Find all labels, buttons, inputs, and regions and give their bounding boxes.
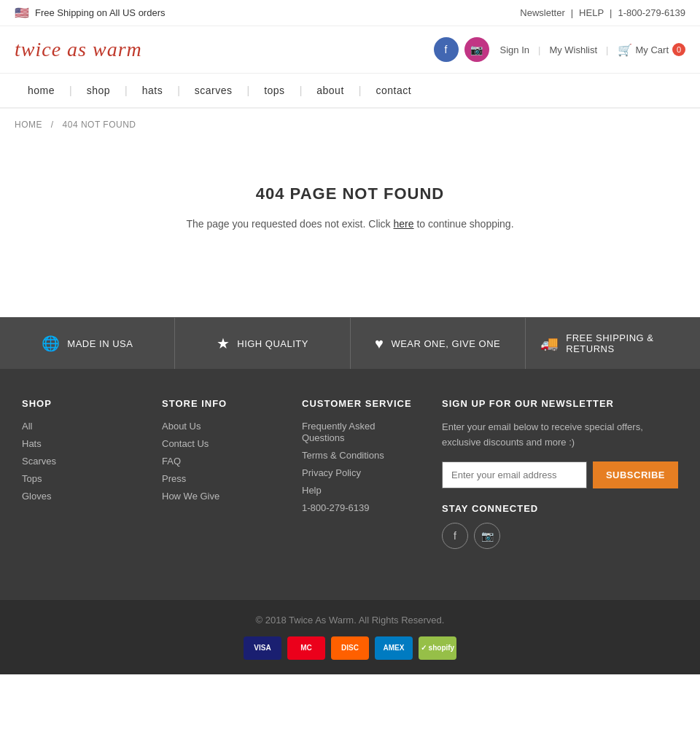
nav-link-home[interactable]: home <box>15 74 68 107</box>
footer-grid: SHOP All Hats Scarves Tops Gloves STORE … <box>22 398 678 549</box>
list-item: Scarves <box>22 455 140 467</box>
customer-heading: CUSTOMER SERVICE <box>302 398 420 409</box>
globe-icon: 🌐 <box>42 335 61 352</box>
cart-label: My Cart <box>636 44 669 55</box>
feature-wear-give: ♥ WEAR ONE, GIVE ONE <box>351 318 526 369</box>
newsletter-description: Enter your email below to receive specia… <box>442 420 678 451</box>
list-item: Contact Us <box>162 437 280 449</box>
discover-icon: DISC <box>331 636 369 660</box>
cs-link-terms[interactable]: Terms & Conditions <box>302 450 384 461</box>
cs-link-privacy[interactable]: Privacy Policy <box>302 467 361 478</box>
mastercard-icon: MC <box>287 636 325 660</box>
truck-icon: 🚚 <box>540 335 559 352</box>
email-input[interactable] <box>442 461 587 488</box>
footer-social: f 📷 <box>442 523 678 549</box>
list-item: 1-800-279-6139 <box>302 502 420 513</box>
shop-link-tops[interactable]: Tops <box>22 473 42 484</box>
footer: SHOP All Hats Scarves Tops Gloves STORE … <box>0 369 700 600</box>
newsletter-form: SUBSCRIBE <box>442 461 678 488</box>
facebook-button[interactable]: f <box>434 37 459 62</box>
logo[interactable]: twice as warm <box>15 38 142 61</box>
message-after: to continue shopping. <box>416 218 513 230</box>
shop-link-scarves[interactable]: Scarves <box>22 456 56 467</box>
cs-link-phone[interactable]: 1-800-279-6139 <box>302 502 370 513</box>
payment-icons: VISA MC DISC AMEX ✓ shopify <box>15 636 685 660</box>
store-link-faq[interactable]: FAQ <box>162 456 181 467</box>
store-link-about[interactable]: About Us <box>162 421 201 432</box>
signin-link[interactable]: Sign In <box>500 44 529 55</box>
footer-instagram-button[interactable]: 📷 <box>474 523 500 549</box>
list-item: Press <box>162 472 280 484</box>
phone-link[interactable]: 1-800-279-6139 <box>618 7 685 18</box>
nav-link-shop[interactable]: shop <box>74 74 123 107</box>
newsletter-link[interactable]: Newsletter <box>520 7 564 18</box>
page-message: The page you requested does not exist. C… <box>15 218 685 230</box>
wishlist-link[interactable]: My Wishlist <box>549 44 597 55</box>
list-item: FAQ <box>162 455 280 467</box>
nav-link-tops[interactable]: tops <box>251 74 298 107</box>
cs-link-help[interactable]: Help <box>302 485 322 496</box>
header-actions: Sign In | My Wishlist | 🛒 My Cart 0 <box>500 43 685 57</box>
features-bar: 🌐 MADE IN USA ★ HIGH QUALITY ♥ WEAR ONE,… <box>0 317 700 369</box>
footer-facebook-button[interactable]: f <box>442 523 468 549</box>
nav-link-scarves[interactable]: scarves <box>182 74 246 107</box>
copyright: © 2018 Twice As Warm. All Rights Reserve… <box>256 615 445 626</box>
list-item: About Us <box>162 420 280 432</box>
star-icon: ★ <box>217 335 230 352</box>
continue-shopping-link[interactable]: here <box>394 218 414 230</box>
list-item: Gloves <box>22 490 140 502</box>
breadcrumb-home[interactable]: HOME <box>15 120 42 130</box>
nav-item-about: about <box>303 74 357 107</box>
store-link-press[interactable]: Press <box>162 473 186 484</box>
cart-icon: 🛒 <box>618 43 632 57</box>
instagram-button[interactable]: 📷 <box>464 37 489 62</box>
shipping-text: Free Shipping on All US orders <box>35 7 165 18</box>
list-item: How We Give <box>162 490 280 502</box>
footer-customer-col: CUSTOMER SERVICE Frequently Asked Questi… <box>302 398 420 549</box>
breadcrumb-current: 404 NOT FOUND <box>63 120 136 130</box>
nav-item-scarves: scarves <box>182 74 246 107</box>
shop-link-all[interactable]: All <box>22 421 32 432</box>
shop-link-gloves[interactable]: Gloves <box>22 491 51 502</box>
footer-newsletter-col: SIGN UP FOR OUR NEWSLETTER Enter your em… <box>442 398 678 549</box>
shop-link-hats[interactable]: Hats <box>22 438 42 449</box>
nav-item-contact: contact <box>362 74 424 107</box>
feature-made-in-usa: 🌐 MADE IN USA <box>0 318 175 369</box>
nav-list: home | shop | hats | scarves | tops | ab… <box>15 74 685 107</box>
nav-link-about[interactable]: about <box>303 74 357 107</box>
customer-links: Frequently Asked Questions Terms & Condi… <box>302 420 420 513</box>
nav-link-hats[interactable]: hats <box>129 74 176 107</box>
stay-connected-heading: STAY CONNECTED <box>442 503 678 514</box>
feature-label-quality: HIGH QUALITY <box>237 338 308 349</box>
store-link-contact[interactable]: Contact Us <box>162 438 209 449</box>
shop-links: All Hats Scarves Tops Gloves <box>22 420 140 502</box>
feature-label-usa: MADE IN USA <box>67 338 133 349</box>
subscribe-button[interactable]: SUBSCRIBE <box>593 461 678 488</box>
header-right: f 📷 Sign In | My Wishlist | 🛒 My Cart 0 <box>434 37 685 62</box>
newsletter-heading: SIGN UP FOR OUR NEWSLETTER <box>442 398 678 409</box>
list-item: Privacy Policy <box>302 467 420 478</box>
nav-item-hats: hats <box>129 74 176 107</box>
list-item: Hats <box>22 437 140 449</box>
store-links: About Us Contact Us FAQ Press How We Giv… <box>162 420 280 502</box>
help-link[interactable]: HELP <box>579 7 604 18</box>
social-icons: f 📷 <box>434 37 489 62</box>
nav-link-contact[interactable]: contact <box>362 74 424 107</box>
feature-high-quality: ★ HIGH QUALITY <box>175 318 350 369</box>
list-item: Tops <box>22 472 140 484</box>
nav-item-shop: shop <box>74 74 123 107</box>
list-item: Help <box>302 484 420 496</box>
footer-bottom: © 2018 Twice As Warm. All Rights Reserve… <box>0 600 700 674</box>
list-item: All <box>22 420 140 432</box>
header: twice as warm f 📷 Sign In | My Wishlist … <box>0 26 700 74</box>
nav-item-tops: tops <box>251 74 298 107</box>
flag-icon: 🇺🇸 <box>15 6 29 20</box>
cart-button[interactable]: 🛒 My Cart 0 <box>618 43 686 57</box>
amex-icon: AMEX <box>375 636 413 660</box>
footer-store-col: STORE INFO About Us Contact Us FAQ Press… <box>162 398 280 549</box>
shopify-icon: ✓ shopify <box>419 636 456 660</box>
store-link-howwegive[interactable]: How We Give <box>162 491 219 502</box>
cs-link-faq[interactable]: Frequently Asked Questions <box>302 421 375 443</box>
shipping-notice: 🇺🇸 Free Shipping on All US orders <box>15 6 165 20</box>
list-item: Terms & Conditions <box>302 449 420 461</box>
